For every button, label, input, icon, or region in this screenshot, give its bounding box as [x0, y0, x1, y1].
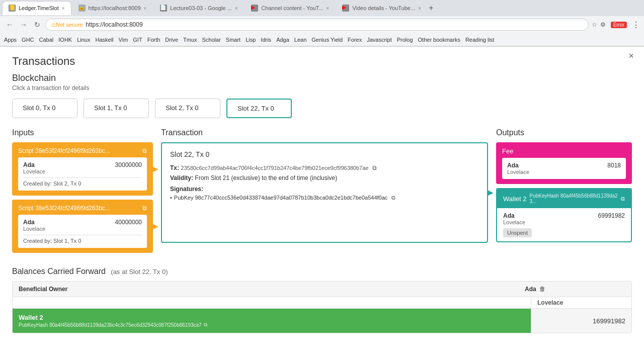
blockchain-title: Blockchain — [12, 73, 632, 83]
bookmark-genius-yield[interactable]: Genius Yield — [311, 37, 343, 43]
wallet2-lovelace-label: Lovelace — [503, 219, 525, 225]
bookmark-prolog[interactable]: Prolog — [397, 37, 413, 43]
input-card-2[interactable]: Script 38e53f24fcf2496f9d263bc... ⧉ Ada … — [12, 200, 153, 253]
copy-tx-hash-icon[interactable]: ⧉ — [372, 164, 377, 171]
bookmark-reading-list[interactable]: Reading list — [465, 37, 494, 43]
outputs-column: Outputs Fee Ada Lovelace 8018 — [496, 128, 632, 257]
bookmark-adga[interactable]: Adga — [276, 37, 289, 43]
tab-close-3[interactable]: × — [235, 6, 238, 11]
balances-title: Balances Carried Forward (as at Slot 22,… — [12, 267, 632, 276]
copy-wallet2-icon[interactable]: ⧉ — [621, 196, 625, 202]
bookmark-haskell[interactable]: Haskell — [95, 37, 113, 43]
new-tab-button[interactable]: + — [429, 4, 433, 13]
ada-label-1: Ada — [23, 161, 45, 168]
validity-text: From Slot 21 (exclusive) to the end of t… — [195, 174, 337, 182]
amount-2: 40000000 — [115, 219, 142, 226]
bookmark-other[interactable]: Other bookmarks — [418, 37, 460, 43]
address-input-bar[interactable]: ⚠ Not secure https://localhost:8009 — [45, 19, 589, 31]
browser-chrome: 📒 Ledger.TimeSlot × 🔒 https://localhost:… — [0, 0, 644, 47]
balances-wallet-name: Wallet 2 — [19, 314, 525, 321]
balances-header-col1: Beneficial Owner — [19, 286, 525, 293]
transaction-title: Transaction — [161, 128, 488, 137]
bookmark-linux[interactable]: Linux — [77, 37, 90, 43]
copy-sig-icon[interactable]: ⧉ — [391, 195, 395, 201]
tab-ledger-timeslot[interactable]: 📒 Ledger.TimeSlot × — [2, 1, 71, 15]
tab-label-3: Lecture03-03 - Google ... — [170, 5, 231, 11]
bookmark-javascript[interactable]: Javascript — [367, 37, 392, 43]
page-content: × Transactions Blockchain Click a transa… — [0, 47, 644, 362]
bookmark-idris[interactable]: Idris — [261, 37, 271, 43]
validity-line: Validity: From Slot 21 (exclusive) to th… — [170, 174, 479, 182]
bookmark-drive[interactable]: Drive — [165, 37, 178, 43]
signature-item: • PubKey 98c77c40ccc536e0d433874dae97d4a… — [170, 195, 479, 201]
input-card-1-body: Ada Lovelace 30000000 Created by: Slot 2… — [18, 157, 147, 191]
fee-lovelace-label: Lovelace — [507, 169, 529, 175]
bookmark-apps[interactable]: Apps — [4, 37, 17, 43]
input-card-1-header: Script 38e53f24fcf2496f9d263bc... ⧉ — [18, 147, 147, 154]
ada-label-2: Ada — [23, 219, 45, 226]
bookmark-lean[interactable]: Lean — [294, 37, 306, 43]
menu-button[interactable]: ⋮ — [632, 20, 640, 30]
copy-balances-wallet-icon[interactable]: ⧉ — [204, 322, 207, 328]
bookmark-iohk[interactable]: IOHK — [58, 37, 72, 43]
transaction-column: Transaction Slot 22, Tx 0 Tx: 23580c6cc7… — [161, 128, 488, 257]
extensions-button[interactable]: ⚙ — [600, 21, 606, 28]
wallet2-amount: 69991982 — [598, 212, 625, 219]
slot-tab-0[interactable]: Slot 0, Tx 0 — [12, 99, 77, 118]
bookmark-ghc[interactable]: GHC — [22, 37, 34, 43]
bookmark-forth[interactable]: Forth — [147, 37, 160, 43]
slot-tabs: Slot 0, Tx 0 Slot 1, Tx 0 Slot 2, Tx 0 S… — [12, 99, 632, 118]
bookmark-tmux[interactable]: Tmux — [183, 37, 197, 43]
bookmark-lisp[interactable]: Lisp — [246, 37, 256, 43]
pubkey-text: PubKey 98c77c40ccc536e0d433874dae97d4a07… — [174, 195, 388, 201]
reload-button[interactable]: ↻ — [32, 20, 42, 30]
copy-icon-2[interactable]: ⧉ — [142, 205, 147, 212]
back-button[interactable]: ← — [4, 20, 15, 30]
fee-amount: 8018 — [607, 162, 621, 169]
outputs-title: Outputs — [496, 128, 632, 137]
balances-wallet-info: Wallet 2 PubKeyHash 80a4f45b56b88d1139da… — [13, 309, 531, 333]
input-card-1[interactable]: Script 38e53f24fcf2496f9d263bc... ⧉ Ada … — [12, 142, 153, 196]
tab-channel[interactable]: ▶ Channel content - YouT... × — [245, 1, 335, 15]
tab-close-2[interactable]: × — [144, 6, 147, 11]
copy-icon-1[interactable]: ⧉ — [142, 147, 147, 154]
bookmark-vim[interactable]: Vim — [119, 37, 128, 43]
address-bar: ← → ↻ ⚠ Not secure https://localhost:800… — [0, 16, 644, 33]
tab-favicon-4: ▶ — [251, 5, 258, 12]
inputs-column: Inputs Script 38e53f24fcf2496f9d263bc...… — [12, 128, 153, 257]
balances-header: Beneficial Owner Ada 🗑 — [13, 282, 631, 297]
slot-tab-1[interactable]: Slot 1, Tx 0 — [84, 99, 149, 118]
bookmark-cabal[interactable]: Cabal — [39, 37, 54, 43]
blockchain-subtitle: Click a transaction for details — [12, 84, 632, 92]
created-by-2: Created by: Slot 1, Tx 0 — [23, 235, 142, 244]
balances-header-ada: Ada — [525, 286, 536, 293]
close-button[interactable]: × — [628, 51, 634, 61]
balances-amount: 169991982 — [531, 309, 631, 333]
tab-favicon-5: ▶ — [342, 5, 349, 12]
bookmark-git[interactable]: GIT — [133, 37, 142, 43]
delete-ada-icon[interactable]: 🗑 — [539, 286, 545, 293]
fee-card: Fee Ada Lovelace 8018 — [496, 142, 632, 184]
balances-wallet-hash: PubKeyHash 80a4f45b56b88d1139da23bc4c3c7… — [19, 322, 202, 328]
slot-tab-2[interactable]: Slot 2, Tx 0 — [155, 99, 220, 118]
balances-title-text: Balances Carried Forward — [12, 267, 106, 276]
bookmark-scholar[interactable]: Scholar — [202, 37, 221, 43]
bookmark-smart[interactable]: Smart — [226, 37, 240, 43]
tab-close-1[interactable]: × — [62, 6, 65, 11]
star-button[interactable]: ☆ — [592, 21, 597, 28]
tab-close-4[interactable]: × — [326, 6, 329, 11]
tab-close-5[interactable]: × — [418, 6, 421, 11]
forward-button[interactable]: → — [18, 20, 29, 30]
balances-table: Beneficial Owner Ada 🗑 Lovelace Wallet 2… — [12, 281, 632, 333]
bookmark-forex[interactable]: Forex — [348, 37, 362, 43]
tab-label-5: Video details - YouTube... — [352, 5, 415, 11]
main-layout: Inputs Script 38e53f24fcf2496f9d263bc...… — [12, 128, 632, 257]
tab-localhost[interactable]: 🔒 https://localhost:8009 × — [72, 1, 153, 15]
wallet2-name: Wallet 2 — [503, 195, 526, 203]
wallet2-ada-label: Ada — [503, 212, 525, 219]
security-warning: ⚠ — [51, 22, 56, 28]
balances-section: Balances Carried Forward (as at Slot 22,… — [12, 267, 632, 333]
slot-tab-22[interactable]: Slot 22, Tx 0 — [226, 99, 292, 118]
tab-lecture[interactable]: 📄 Lecture03-03 - Google ... × — [153, 1, 244, 15]
tab-video[interactable]: ▶ Video details - YouTube... × — [336, 1, 426, 15]
